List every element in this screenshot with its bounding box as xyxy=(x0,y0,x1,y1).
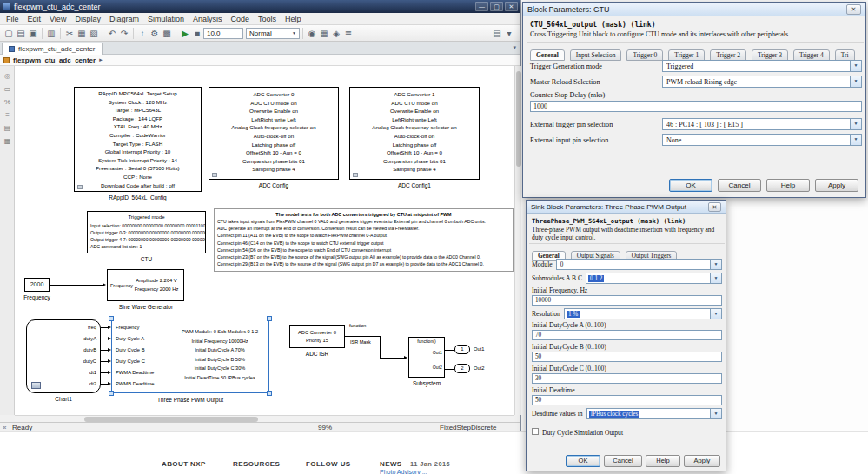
help-button[interactable]: Help xyxy=(766,179,810,192)
menu-edit[interactable]: Edit xyxy=(23,15,46,23)
canvas[interactable]: RAppID MPC564xL Target Setup System Cloc… xyxy=(15,66,514,415)
breadcrumb[interactable]: flexpwm_ctu_adc_center ▸ xyxy=(0,55,520,66)
ok-button[interactable]: OK xyxy=(566,455,600,467)
annotation-icon[interactable]: ≡ xyxy=(0,109,15,122)
duty-cycle-sim-output-checkbox[interactable] xyxy=(532,428,539,435)
menu-analysis[interactable]: Analysis xyxy=(189,15,227,23)
ok-button[interactable]: OK xyxy=(669,179,712,192)
signal-wire[interactable] xyxy=(380,358,405,359)
minimize-button[interactable]: — xyxy=(475,2,488,11)
fit-view-icon[interactable]: ▭ xyxy=(0,82,15,95)
signal-wire[interactable] xyxy=(345,336,380,337)
paste-icon[interactable]: ▧ xyxy=(88,26,100,41)
outport-block[interactable]: 2 xyxy=(454,364,470,373)
selection-handle[interactable] xyxy=(109,316,114,321)
deadtime-units-select[interactable]: IPBus clock cycles▼ xyxy=(586,408,722,419)
selection-handle[interactable] xyxy=(267,316,272,321)
outport-block[interactable]: 1 xyxy=(454,345,470,354)
library-browser-icon[interactable]: ▩ xyxy=(161,26,173,41)
ext-trigger-pin-select[interactable]: 46 : PC14 : [ 103 ] : [ E15 ]▼ xyxy=(662,118,862,130)
menu-simulation[interactable]: Simulation xyxy=(143,15,189,23)
module-select[interactable]: 0▼ xyxy=(556,259,722,270)
undo-icon[interactable]: ↶ xyxy=(106,26,118,41)
signal-wire[interactable] xyxy=(445,350,454,351)
sine-wave-block[interactable]: Frequency Amplitude 2.264 V Frequency 20… xyxy=(107,269,184,301)
pwm-dialog-close-icon[interactable]: ✕ xyxy=(708,202,721,212)
apply-button[interactable]: Apply xyxy=(684,455,720,467)
menu-diagram[interactable]: Diagram xyxy=(105,15,143,23)
initial-frequency-input[interactable]: 10000 xyxy=(532,295,722,306)
zoom-percent-icon[interactable]: % xyxy=(0,95,15,109)
copy-icon[interactable]: ▦ xyxy=(76,26,88,41)
settings-icon[interactable]: ⚙ xyxy=(149,26,161,41)
submodules-select[interactable]: 0 1 2▼ xyxy=(586,273,722,284)
ctu-block[interactable]: Triggered mode Input selection: 00000000… xyxy=(87,211,206,253)
footer-news-heading[interactable]: NEWS xyxy=(380,460,402,468)
window-titlebar[interactable]: flexpwm_ctu_adc_center — ▢ ✕ xyxy=(0,0,520,13)
apply-button[interactable]: Apply xyxy=(815,179,858,192)
counter-stop-input[interactable]: 1000 xyxy=(530,101,862,112)
panel-icon[interactable]: ▤ xyxy=(491,26,503,41)
initial-deadtime-input[interactable]: 50 xyxy=(532,395,722,405)
zoom-icon[interactable]: ◎ xyxy=(0,69,15,82)
cut-icon[interactable]: ✂ xyxy=(63,26,76,41)
deploy-icon[interactable]: ◈ xyxy=(330,26,342,41)
cancel-button[interactable]: Cancel xyxy=(604,455,642,467)
selection-handle[interactable] xyxy=(109,391,114,396)
signal-wire[interactable] xyxy=(50,285,103,286)
open-model-icon[interactable]: ▤ xyxy=(15,26,27,41)
close-button[interactable]: ✕ xyxy=(505,2,518,11)
menu-help[interactable]: Help xyxy=(281,15,306,23)
model-notes[interactable]: The model tests for both ADC convertors … xyxy=(214,208,514,272)
dutycycle-c-input[interactable]: 30 xyxy=(532,373,722,384)
pwm-dialog-titlebar[interactable]: Sink Block Parameters: Three Phase PWM O… xyxy=(527,201,726,214)
save-icon[interactable]: ▣ xyxy=(27,26,39,41)
dutycycle-b-input[interactable]: 50 xyxy=(532,352,722,362)
vertical-scrollbar[interactable] xyxy=(514,66,521,415)
list-icon[interactable]: ≣ xyxy=(342,26,354,41)
tab-list-chevron-icon[interactable]: ▾ xyxy=(513,44,516,51)
signal-wire[interactable] xyxy=(445,369,454,370)
record-icon[interactable]: ◉ xyxy=(306,26,318,41)
ctu-dialog-titlebar[interactable]: Block Parameters: CTU ✕ xyxy=(523,3,865,16)
menu-view[interactable]: View xyxy=(45,15,70,23)
resolution-select[interactable]: 1 %▼ xyxy=(564,308,722,319)
ext-input-pin-select[interactable]: None▼ xyxy=(662,134,862,146)
adc-config1-block[interactable]: ADC Converter 1 ADC CTU mode on Overwrit… xyxy=(349,87,480,180)
signal-wire[interactable] xyxy=(380,336,381,358)
collapse-statusbar-icon[interactable]: « xyxy=(3,424,6,431)
redo-icon[interactable]: ↷ xyxy=(118,26,130,41)
sim-time-input[interactable]: 10.0 xyxy=(203,28,243,39)
viewmarks-icon[interactable]: ▦ xyxy=(0,135,15,148)
footer-follow-heading[interactable]: FOLLOW US xyxy=(306,460,351,468)
master-reload-select[interactable]: PWM reload Rising edge▼ xyxy=(662,76,862,88)
adc-isr-block[interactable]: ADC Converter 0 Priority 15 xyxy=(289,325,345,348)
horizontal-scrollbar[interactable] xyxy=(15,415,514,422)
run-button[interactable]: ▶ xyxy=(179,26,191,41)
selection-handle[interactable] xyxy=(267,391,272,396)
menu-tools[interactable]: Tools xyxy=(254,15,281,23)
ctu-dialog-close-icon[interactable]: ✕ xyxy=(846,4,861,15)
model-tab[interactable]: flexpwm_ctu_adc_center xyxy=(2,43,103,55)
footer-news-link[interactable]: Photo Advisory ... xyxy=(380,469,427,474)
menu-code[interactable]: Code xyxy=(226,15,254,23)
duty-cycle-sim-output-row[interactable]: Duty Cycle Simulation Output xyxy=(532,423,623,438)
stateflow-chart-block[interactable]: freq dutyA dutyB dutyC dt1 dt2 xyxy=(26,319,101,393)
print-icon[interactable]: ▥ xyxy=(45,26,57,41)
new-model-icon[interactable]: ▢ xyxy=(3,26,15,41)
adc-config0-block[interactable]: ADC Converter 0 ADC CTU mode on Overwrit… xyxy=(209,87,339,180)
menu-display[interactable]: Display xyxy=(70,15,105,23)
three-phase-pwm-block[interactable]: Frequency Duty Cycle A Duty Cycle B Duty… xyxy=(111,319,269,393)
target-setup-block[interactable]: RAppID MPC564xL Target Setup System Cloc… xyxy=(74,87,202,192)
footer-resources-heading[interactable]: RESOURCES xyxy=(233,460,280,468)
more-tools-icon[interactable]: ▾ xyxy=(503,26,515,41)
build-icon[interactable]: ▦ xyxy=(318,26,330,41)
stop-button[interactable]: ■ xyxy=(191,26,203,41)
help-button[interactable]: Help xyxy=(646,455,680,467)
trigger-mode-select[interactable]: Triggered▼ xyxy=(662,60,862,72)
breadcrumb-label[interactable]: flexpwm_ctu_adc_center xyxy=(13,56,96,64)
sim-mode-select[interactable]: Normal▼ xyxy=(246,28,300,39)
constant-block[interactable]: 2000 xyxy=(24,278,50,292)
cancel-button[interactable]: Cancel xyxy=(718,179,761,192)
menu-file[interactable]: File xyxy=(2,15,23,23)
